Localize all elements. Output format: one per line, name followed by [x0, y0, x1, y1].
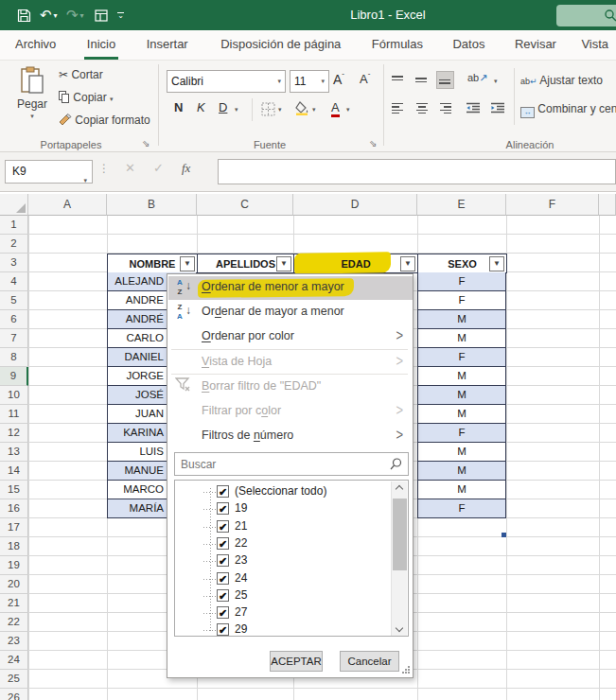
checkbox-icon[interactable]: ✔ [217, 502, 229, 515]
menu-item[interactable]: ZA↓Ordenar de mayor a menor [168, 301, 413, 324]
filter-list-item[interactable]: ✔(Seleccionar todo) [203, 483, 393, 500]
cell-sexo[interactable]: M [417, 462, 506, 481]
row-header[interactable]: 16 [0, 499, 28, 518]
list-scrollbar[interactable] [391, 481, 407, 637]
orientation-chevron[interactable]: ▾ [494, 78, 498, 85]
menu-item[interactable]: Borrar filtro de "EDAD" [168, 376, 413, 399]
scroll-up-icon[interactable] [396, 484, 403, 492]
row-header[interactable]: 25 [0, 670, 28, 689]
tab-inicio[interactable]: Inicio [87, 30, 115, 61]
cancel-button[interactable]: Cancelar [340, 651, 399, 672]
font-size-select[interactable]: 11▾ [290, 70, 329, 93]
align-right-button[interactable] [437, 100, 453, 116]
font-dialog-launcher-icon[interactable]: ⇘ [369, 138, 377, 149]
column-header[interactable] [599, 194, 616, 216]
cut-button[interactable]: ✂ Cortar [59, 68, 103, 81]
table-header-sexo[interactable]: SEXO ▼ [417, 254, 507, 273]
filter-button-nombre[interactable]: ▼ [180, 256, 195, 271]
column-header[interactable]: D [293, 194, 417, 216]
resize-grip[interactable] [401, 666, 410, 674]
cell-sexo[interactable]: F [417, 424, 506, 443]
checkbox-icon[interactable]: ✔ [217, 572, 229, 585]
row-header[interactable]: 5 [0, 291, 28, 310]
row-header[interactable]: 9 [0, 367, 28, 386]
name-box-chevron[interactable]: ▾ [83, 169, 87, 191]
menu-item[interactable]: Vista de Hoja> [168, 351, 413, 375]
cell-sexo[interactable]: F [417, 348, 506, 367]
align-bottom-button[interactable] [437, 72, 453, 88]
menu-item[interactable]: Filtros de número> [168, 425, 413, 448]
cell-sexo[interactable]: M [417, 481, 506, 499]
checkbox-icon[interactable]: ✔ [217, 606, 229, 619]
row-header[interactable]: 20 [0, 575, 28, 594]
decrease-font-button[interactable]: Aˇ [360, 72, 370, 86]
tab-datos[interactable]: Datos [452, 30, 484, 61]
accept-button[interactable]: ACEPTAR [270, 651, 323, 672]
row-header[interactable]: 19 [0, 556, 28, 575]
row-header[interactable]: 10 [0, 386, 28, 405]
filter-list-item[interactable]: ✔19 [203, 500, 393, 517]
row-header[interactable]: 21 [0, 594, 28, 613]
row-header[interactable]: 26 [0, 689, 28, 700]
font-name-select[interactable]: Calibri▾ [167, 70, 286, 93]
borders-button[interactable] [261, 102, 275, 119]
filter-button-sexo[interactable]: ▼ [489, 256, 504, 271]
align-left-button[interactable] [390, 100, 406, 116]
table-header-edad[interactable]: EDAD ▼ [293, 254, 418, 273]
clipboard-dialog-launcher-icon[interactable]: ⇘ [142, 138, 150, 149]
cell-sexo[interactable]: F [417, 499, 506, 518]
checkbox-icon[interactable]: ✔ [217, 589, 229, 602]
decrease-indent-button[interactable] [466, 102, 481, 117]
filter-list-item[interactable]: ✔21 [203, 518, 393, 535]
filter-search-input[interactable] [175, 453, 383, 475]
filter-list-item[interactable]: ✔22 [203, 535, 393, 552]
row-header[interactable]: 14 [0, 462, 28, 481]
tab-vista[interactable]: Vista [581, 30, 608, 61]
insert-function-icon[interactable]: fx [182, 161, 190, 176]
row-header[interactable]: 3 [0, 254, 28, 272]
bold-button[interactable]: N [174, 100, 183, 114]
scrollbar-thumb[interactable] [393, 499, 407, 570]
fill-color-chevron[interactable]: ▾ [312, 106, 316, 114]
tab-formulas[interactable]: Fórmulas [372, 30, 423, 61]
select-all-corner[interactable] [0, 194, 28, 216]
row-header[interactable]: 13 [0, 443, 28, 462]
copy-chevron[interactable]: ▾ [110, 96, 114, 102]
quick-access-toolbar-chevron[interactable]: ⌄ [117, 0, 124, 30]
row-header[interactable]: 18 [0, 537, 28, 556]
fill-color-button[interactable] [295, 101, 309, 118]
menu-item[interactable]: Ordenar por color> [168, 325, 413, 349]
wrap-text-button[interactable]: ab↵ Ajustar texto [520, 74, 603, 87]
align-center-button[interactable] [414, 100, 430, 116]
cell-sexo[interactable]: M [417, 405, 506, 424]
filter-list-item[interactable]: ✔27 [203, 604, 393, 621]
filter-search-field[interactable] [174, 452, 409, 476]
filter-value-list[interactable]: ✔(Seleccionar todo)✔19✔21✔22✔23✔24✔25✔27… [174, 480, 409, 637]
font-color-button[interactable]: A [331, 100, 340, 117]
italic-button[interactable]: K [197, 100, 205, 114]
table-header-apellidos[interactable]: APELLIDOS ▼ [197, 254, 294, 273]
tab-archivo[interactable]: Archivo [15, 30, 56, 61]
row-header[interactable]: 17 [0, 518, 28, 537]
format-painter-button[interactable]: Copiar formato [59, 114, 150, 127]
tab-disposicion[interactable]: Disposición de página [220, 30, 341, 61]
save-icon[interactable] [17, 0, 31, 30]
copy-button[interactable]: Copiar ▾ [59, 91, 114, 104]
checkbox-icon[interactable]: ✔ [217, 485, 229, 498]
row-header[interactable]: 24 [0, 651, 28, 670]
undo-button[interactable]: ↶▾ [40, 0, 58, 30]
tab-insertar[interactable]: Insertar [147, 30, 188, 61]
underline-button[interactable]: D [219, 100, 227, 114]
column-header[interactable]: F [506, 194, 599, 216]
formula-input[interactable] [218, 159, 616, 184]
filter-list-item[interactable]: ✔23 [203, 552, 393, 569]
cell-sexo[interactable]: M [417, 443, 506, 462]
filter-list-item[interactable]: ✔29 [203, 621, 393, 637]
row-header[interactable]: 6 [0, 310, 28, 329]
row-header[interactable]: 15 [0, 481, 28, 499]
cell-sexo[interactable]: M [417, 386, 506, 405]
row-header[interactable]: 11 [0, 405, 28, 424]
name-box[interactable]: K9▾ [5, 160, 93, 184]
table-header-nombre[interactable]: NOMBRE ▼ [107, 254, 198, 273]
orientation-button[interactable]: ab↗ [467, 72, 487, 84]
